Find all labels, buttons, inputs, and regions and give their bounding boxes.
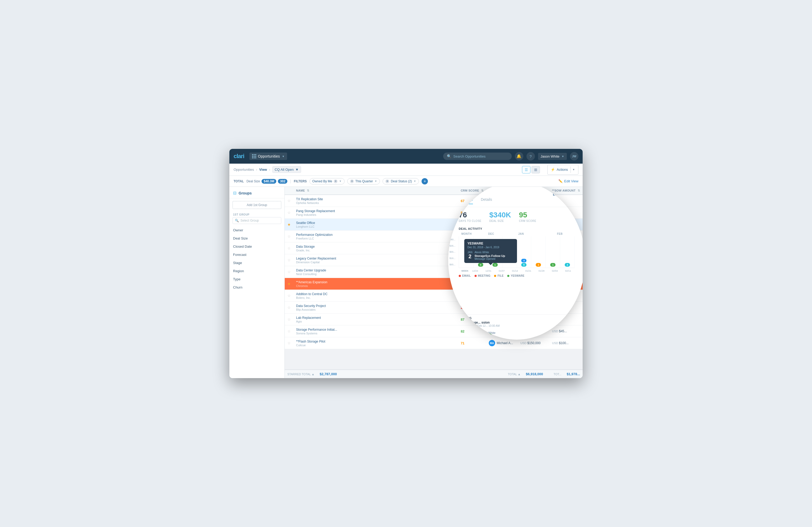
star-cell[interactable]: ☆ <box>285 313 293 325</box>
sidebar: ⊟ Groups Add 1st Group 1ST GROUP 🔍 Owner… <box>229 187 285 378</box>
tab-details[interactable]: Details <box>481 197 492 204</box>
module-selector[interactable]: Opportunities ▼ <box>249 152 287 160</box>
sow-amount: $100... <box>559 341 569 345</box>
sidebar-item-forecast[interactable]: Forecast <box>229 251 285 259</box>
breadcrumb-opportunities[interactable]: Opportunities <box>234 167 254 172</box>
group-search-input[interactable] <box>241 219 279 222</box>
opp-name[interactable]: **Americas Expansion <box>296 280 455 284</box>
star-cell[interactable]: ☆ <box>285 243 293 254</box>
month-feb: FEB <box>545 232 575 235</box>
filter-this-quarter[interactable]: ✕ This Quarter ▼ <box>347 178 380 185</box>
opp-name[interactable]: Addition to Central DC <box>296 292 455 296</box>
sidebar-item-deal-size[interactable]: Deal Size <box>229 234 285 243</box>
deal-size-label: Deal Size <box>246 179 260 183</box>
notifications-button[interactable]: 🔔 <box>515 152 523 160</box>
star-cell[interactable]: ☆ <box>285 302 293 313</box>
global-search[interactable]: 🔍 <box>443 152 512 160</box>
sidebar-item-type[interactable]: Type <box>229 275 285 283</box>
sidebar-item-closed-date[interactable]: Closed Date <box>229 243 285 251</box>
remove-filter-icon-2[interactable]: ✕ <box>350 179 354 183</box>
user-avatar[interactable]: JW <box>570 152 578 160</box>
opp-company: Culicue <box>296 343 455 347</box>
crm-score-value: 82 <box>461 330 464 333</box>
meeting-section-label: MEETING <box>459 317 575 320</box>
help-button[interactable]: ? <box>526 152 535 160</box>
sidebar-item-stage[interactable]: Stage <box>229 259 285 267</box>
star-icon[interactable]: ☆ <box>287 199 291 203</box>
star-cell[interactable]: ☆ <box>285 195 293 207</box>
crm-score-value: 67 <box>461 199 464 203</box>
app-logo: clari <box>234 153 244 160</box>
star-cell[interactable]: ☆ <box>285 254 293 266</box>
add-filter-button[interactable]: + <box>422 178 428 185</box>
opp-name[interactable]: Storage Performance Initiat... <box>296 328 455 332</box>
opp-company: Dimension Capital <box>296 261 455 264</box>
search-input[interactable] <box>453 155 506 158</box>
star-icon[interactable]: ★ <box>287 222 291 226</box>
opp-name[interactable]: Pang Storage Replacement <box>296 209 455 213</box>
month-dec: DEC <box>476 232 506 235</box>
opp-name[interactable]: Seattle Office <box>296 221 455 225</box>
list-view-button[interactable]: ☰ <box>522 166 531 173</box>
star-icon[interactable]: ☆ <box>287 210 291 215</box>
sidebar-icon: ⊟ <box>233 191 236 195</box>
star-icon[interactable]: ☆ <box>287 246 291 250</box>
tooltip-person: Alexis White <box>475 251 514 254</box>
star-cell[interactable]: ☆ <box>285 207 293 219</box>
col-sow-amount[interactable]: **SOW AMOUNT ⇅ <box>549 187 583 195</box>
view-selector[interactable]: CQ All Open ▼ <box>272 166 301 173</box>
split-view-button[interactable]: ⊞ <box>532 166 540 173</box>
star-cell[interactable]: ☆ <box>285 325 293 337</box>
opp-name[interactable]: TX Replication Site <box>296 197 455 201</box>
star-icon[interactable]: ☆ <box>287 294 291 298</box>
col-name[interactable]: NAME ⇅ <box>293 187 458 195</box>
actions-button[interactable]: ⚡ Actions ▼ <box>547 165 578 175</box>
star-icon[interactable]: ☆ <box>287 329 291 333</box>
star-icon[interactable]: ☆ <box>287 317 291 321</box>
user-menu[interactable]: Jason White ▼ <box>538 153 567 160</box>
sidebar-item-churn[interactable]: Churn <box>229 283 285 291</box>
opp-name[interactable]: Data Storage <box>296 245 455 248</box>
edit-view-button[interactable]: ✏️ Edit View <box>559 179 578 183</box>
opp-name[interactable]: Lab Replacement <box>296 316 455 320</box>
star-icon[interactable]: ★ <box>287 282 291 286</box>
star-icon[interactable]: ☆ <box>287 258 291 262</box>
star-cell[interactable]: ★ <box>285 278 293 290</box>
star-icon[interactable]: ☆ <box>287 270 291 274</box>
name-cell: Lab Replacement Agio <box>293 313 458 325</box>
star-icon[interactable]: ☆ <box>287 305 291 310</box>
star-cell[interactable]: ☆ <box>285 337 293 349</box>
star-icon[interactable]: ☆ <box>287 234 291 238</box>
star-cell[interactable]: ★ <box>285 219 293 231</box>
add-group-button[interactable]: Add 1st Group <box>233 201 281 209</box>
score-cell: 71 <box>458 337 486 349</box>
opp-name[interactable]: Legacy Center Replacement <box>296 257 455 260</box>
name-cell: Storage Performance Initiat... Sonora Sy… <box>293 325 458 337</box>
days-to-close-value: 76 <box>459 211 481 219</box>
filter-chip-label-2: This Quarter <box>356 179 373 183</box>
main-content: ⊟ Groups Add 1st Group 1ST GROUP 🔍 Owner… <box>229 187 583 378</box>
star-cell[interactable]: ☆ <box>285 231 293 243</box>
star-cell[interactable]: ☆ <box>285 266 293 278</box>
opp-name[interactable]: **Flash Storage Pilot <box>296 340 455 343</box>
remove-filter-icon[interactable]: ✕ <box>334 179 337 183</box>
opp-name[interactable]: Performance Optimization <box>296 233 455 237</box>
table-area: NAME ⇅ CRM SCORE ⇅ OWNER ⇅ DEAL SIZE ⇅ <box>285 187 583 378</box>
opp-name[interactable]: Data Security Project <box>296 304 455 308</box>
star-icon[interactable]: ☆ <box>287 341 291 345</box>
group-search[interactable]: 🔍 <box>233 217 281 224</box>
filter-owned-by-me[interactable]: Owned By Me ✕ ▼ <box>309 178 345 185</box>
meeting-dot <box>475 275 477 277</box>
sidebar-item-region[interactable]: Region <box>229 267 285 275</box>
pill-5-teal: 6 <box>521 263 526 267</box>
remove-filter-icon-3[interactable]: ✕ <box>386 179 389 183</box>
star-cell[interactable]: ☆ <box>285 290 293 302</box>
name-cell: Legacy Center Replacement Dimension Capi… <box>293 254 458 266</box>
sidebar-item-owner[interactable]: Owner <box>229 226 285 234</box>
total-footer-label: TOTAL ▲ <box>508 372 521 376</box>
opp-name[interactable]: Data Center Upgrade <box>296 268 455 272</box>
breadcrumb-view[interactable]: View <box>259 167 267 172</box>
filter-deal-status[interactable]: ✕ Deal Status (2) ▼ <box>382 178 419 185</box>
legend-meeting: MEETING <box>475 274 491 277</box>
table-row[interactable]: ☆ **Flash Storage Pilot Culicue 71 MA Mi… <box>285 337 583 349</box>
